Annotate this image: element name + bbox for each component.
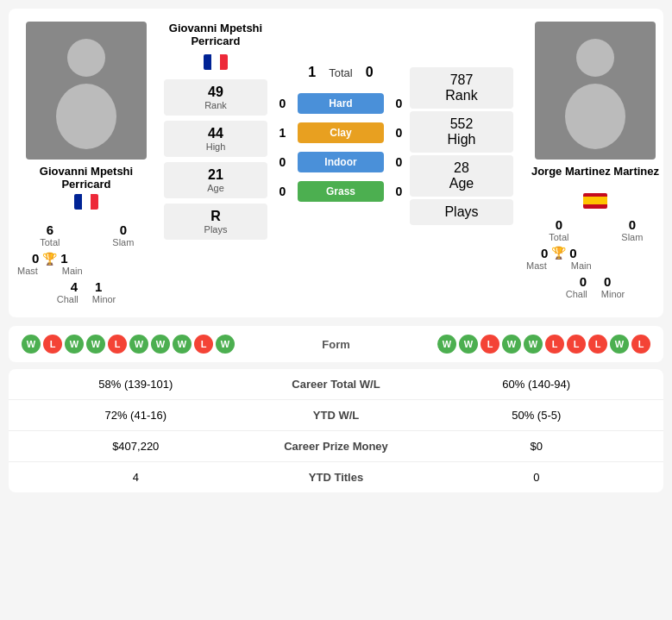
stats-table-row: 4YTD Titles0 (9, 462, 663, 492)
form-badge: L (108, 335, 127, 354)
form-badge: W (129, 335, 148, 354)
form-badge: W (216, 335, 235, 354)
clay-button[interactable]: Clay (298, 122, 384, 143)
left-player-name-top: Giovanni Mpetshi Perricard (160, 22, 272, 47)
stats-row-label: YTD Titles (250, 471, 423, 484)
right-form-badges: WWLWWLLLWL (437, 335, 650, 354)
grass-button[interactable]: Grass (298, 181, 384, 202)
svg-point-1 (56, 84, 116, 149)
form-badge: W (173, 335, 192, 354)
form-badge: W (151, 335, 170, 354)
stats-row-label: YTD W/L (250, 409, 423, 422)
form-badge: W (22, 335, 41, 354)
stats-row-left-value: 72% (41-16) (22, 409, 250, 422)
left-total-stat: 6 Total (17, 222, 83, 247)
svg-point-2 (576, 39, 614, 77)
stats-row-label: Career Prize Money (250, 440, 423, 453)
form-badge: L (545, 335, 564, 354)
left-middle-stats: Giovanni Mpetshi Perricard 49 Rank 44 Hi… (160, 22, 272, 242)
right-age-box: 28 Age (410, 155, 513, 197)
left-form-badges: WLWWLWWWLW (22, 335, 235, 354)
form-badge: W (502, 335, 521, 354)
stats-table-row: 58% (139-101)Career Total W/L60% (140-94… (9, 369, 663, 400)
form-badge: L (631, 335, 650, 354)
form-row: WLWWLWWWLW Form WWLWWLLLWL (22, 335, 650, 354)
stats-table-row: 72% (41-16)YTD W/L50% (5-5) (9, 400, 663, 431)
left-player: Giovanni Mpetshi Perricard 6 Total 0 Sla… (17, 22, 155, 304)
left-plays-box: R Plays (164, 204, 267, 240)
svg-point-3 (565, 84, 625, 149)
right-player-avatar (535, 22, 656, 160)
form-badge: L (194, 335, 213, 354)
form-badge: W (86, 335, 105, 354)
right-total-stat: 0 Total (526, 217, 592, 242)
stats-row-left-value: 58% (139-101) (22, 378, 250, 391)
left-player-avatar (26, 22, 147, 160)
left-mast-stat: 0 🏆 1 Mast Main (17, 251, 83, 276)
form-badge: W (65, 335, 84, 354)
right-player-flag (583, 181, 607, 209)
indoor-button[interactable]: Indoor (298, 152, 384, 172)
stats-row-left-value: 4 (22, 471, 250, 484)
left-age-box: 21 Age (164, 162, 267, 198)
hard-row: 0 Hard 0 (276, 93, 405, 114)
left-flag-display (204, 54, 228, 73)
right-middle-stats: 787 Rank 552 High 28 Age Plays (410, 22, 522, 228)
stats-row-label: Career Total W/L (250, 378, 423, 391)
clay-row: 1 Clay 0 (276, 122, 405, 143)
left-player-flag (74, 194, 98, 214)
indoor-row: 0 Indoor 0 (276, 152, 405, 172)
right-high-box: 552 High (410, 111, 513, 153)
svg-point-0 (67, 39, 105, 77)
stats-table: 58% (139-101)Career Total W/L60% (140-94… (9, 369, 663, 492)
form-badge: W (437, 335, 456, 354)
form-badge: W (610, 335, 629, 354)
left-player-name: Giovanni Mpetshi Perricard (17, 165, 155, 191)
form-badge: W (524, 335, 543, 354)
right-mast-stat: 0 🏆 0 Mast Main (526, 246, 592, 271)
left-chall-stat: 4 1 Chall Minor (17, 279, 155, 304)
total-comparison-row: 1 Total 0 (308, 65, 373, 80)
form-badge: L (480, 335, 499, 354)
right-player-name: Jorge Martinez Martinez (531, 165, 659, 178)
form-badge: L (588, 335, 607, 354)
right-slam-stat: 0 Slam (600, 217, 664, 242)
form-label: Form (322, 338, 350, 351)
left-slam-stat: 0 Slam (91, 222, 155, 247)
stats-row-right-value: 0 (423, 471, 651, 484)
form-badge: L (567, 335, 586, 354)
right-plays-box: Plays (410, 199, 513, 225)
hard-button[interactable]: Hard (298, 93, 384, 114)
left-high-box: 44 High (164, 121, 267, 157)
left-trophy-icon: 🏆 (42, 252, 57, 266)
stats-table-row: $407,220Career Prize Money$0 (9, 431, 663, 462)
stats-row-left-value: $407,220 (22, 440, 250, 453)
form-section: WLWWLWWWLW Form WWLWWLLLWL (9, 326, 663, 362)
right-rank-box: 787 Rank (410, 67, 513, 109)
left-rank-box: 49 Rank (164, 79, 267, 116)
form-badge: L (43, 335, 62, 354)
form-badge: W (459, 335, 478, 354)
right-chall-stat: 0 0 Chall Minor (526, 274, 664, 299)
right-trophy-icon: 🏆 (551, 246, 566, 260)
right-player: Jorge Martinez Martinez 0 Total 0 Slam 0… (526, 22, 664, 299)
stats-row-right-value: 50% (5-5) (423, 409, 651, 422)
stats-row-right-value: $0 (423, 440, 651, 453)
stats-row-right-value: 60% (140-94) (423, 378, 651, 391)
center-comparison: 1 Total 0 0 Hard 0 1 Clay 0 0 Indoor 0 0… (276, 22, 405, 206)
grass-row: 0 Grass 0 (276, 181, 405, 202)
